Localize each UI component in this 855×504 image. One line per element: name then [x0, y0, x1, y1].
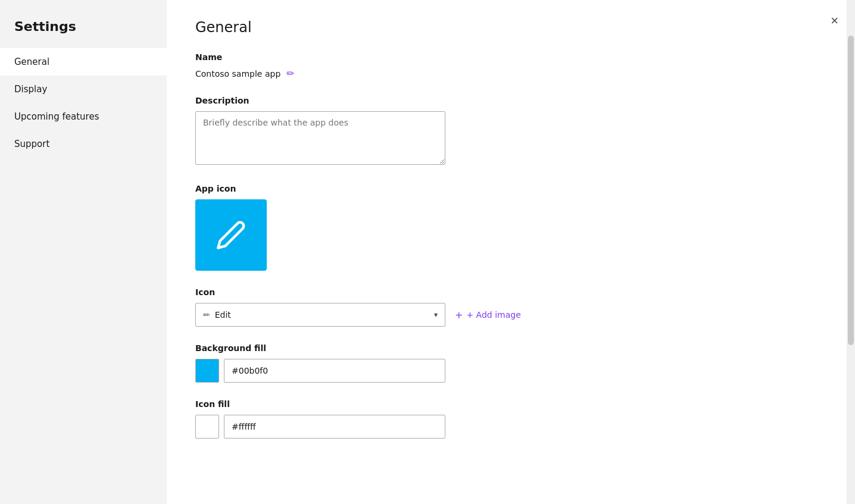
description-input[interactable]: [195, 111, 445, 165]
name-section: Name Contoso sample app ✏: [195, 52, 826, 79]
add-image-label: + Add image: [466, 310, 520, 320]
background-fill-input[interactable]: [224, 359, 445, 383]
settings-title: Settings: [0, 10, 167, 48]
background-fill-row: [195, 359, 826, 383]
icon-label: Icon: [195, 287, 826, 297]
icon-row: ✏ Edit ▾ + + Add image: [195, 303, 826, 327]
plus-icon: +: [455, 309, 463, 321]
page-title: General: [195, 19, 826, 36]
scrollbar-track: [847, 0, 855, 504]
icon-fill-swatch[interactable]: [195, 415, 219, 439]
app-icon-section: App icon: [195, 184, 826, 271]
app-name-value: Contoso sample app: [195, 69, 280, 79]
icon-fill-label: Icon fill: [195, 399, 826, 409]
pencil-icon: [216, 220, 246, 251]
icon-dropdown-value: Edit: [215, 310, 231, 320]
sidebar-item-support[interactable]: Support: [0, 130, 167, 158]
sidebar: Settings General Display Upcoming featur…: [0, 0, 167, 504]
sidebar-item-display[interactable]: Display: [0, 76, 167, 103]
app-icon-label: App icon: [195, 184, 826, 193]
icon-dropdown-left: ✏ Edit: [203, 310, 231, 320]
background-fill-section: Background fill: [195, 343, 826, 383]
icon-fill-row: [195, 415, 826, 439]
app-icon-preview: [195, 199, 267, 271]
chevron-down-icon: ▾: [434, 311, 438, 319]
sidebar-nav: General Display Upcoming features Suppor…: [0, 48, 167, 158]
sidebar-item-general[interactable]: General: [0, 48, 167, 76]
scrollbar-thumb[interactable]: [848, 36, 854, 345]
background-fill-label: Background fill: [195, 343, 826, 353]
icon-section: Icon ✏ Edit ▾ + + Add image: [195, 287, 826, 327]
name-row: Contoso sample app ✏: [195, 68, 826, 79]
name-label: Name: [195, 52, 826, 62]
description-section: Description: [195, 96, 826, 167]
icon-fill-section: Icon fill: [195, 399, 826, 439]
add-image-button[interactable]: + + Add image: [455, 309, 521, 321]
icon-dropdown[interactable]: ✏ Edit ▾: [195, 303, 445, 327]
icon-fill-input[interactable]: [224, 415, 445, 439]
dropdown-pencil-icon: ✏: [203, 310, 210, 320]
sidebar-item-upcoming[interactable]: Upcoming features: [0, 103, 167, 130]
edit-name-icon[interactable]: ✏: [286, 68, 294, 79]
background-color-swatch[interactable]: [195, 359, 219, 383]
close-button[interactable]: ×: [828, 12, 841, 30]
main-content: × General Name Contoso sample app ✏ Desc…: [167, 0, 855, 504]
description-label: Description: [195, 96, 826, 105]
